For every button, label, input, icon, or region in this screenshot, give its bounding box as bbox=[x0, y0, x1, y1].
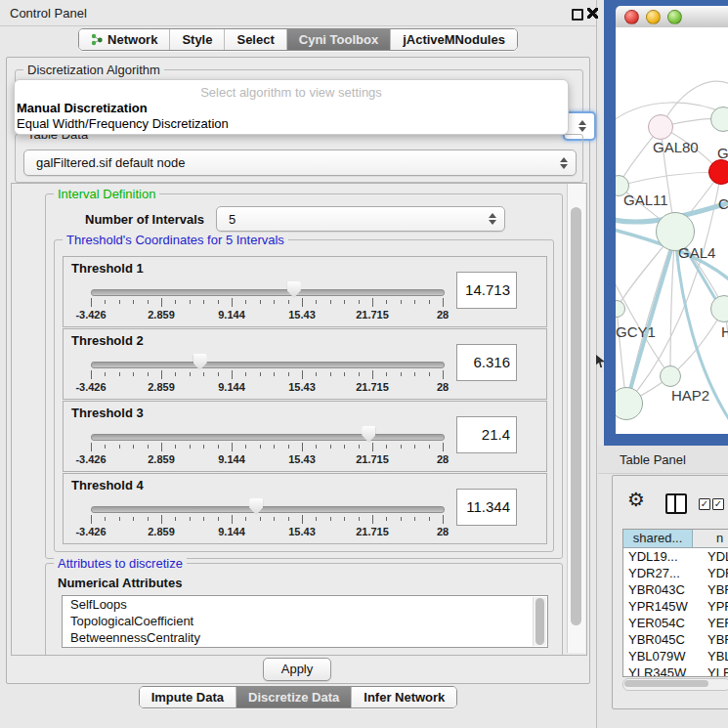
tick-label: 21.715 bbox=[356, 381, 389, 393]
checkbox-icon[interactable]: ✓ bbox=[712, 498, 724, 510]
table-row[interactable]: YBL079WYBL0 bbox=[623, 648, 728, 664]
tab-label: Discretize Data bbox=[248, 690, 339, 705]
control-panel-titlebar: Control Panel bbox=[0, 0, 596, 26]
table-cell[interactable]: YDL19... bbox=[623, 548, 698, 565]
table-cell[interactable]: YPR145W bbox=[623, 598, 698, 615]
table-cell[interactable]: YBR043C bbox=[623, 581, 698, 598]
tick-mark bbox=[232, 370, 233, 379]
table-cell[interactable]: YBR045C bbox=[623, 631, 698, 648]
table-cell[interactable]: YER054C bbox=[623, 615, 698, 631]
tick-mark bbox=[133, 517, 134, 521]
threshold-2-value-field[interactable]: 6.316 bbox=[456, 344, 517, 381]
table-cell[interactable]: YBR0 bbox=[698, 581, 728, 598]
list-scrollbar[interactable] bbox=[533, 597, 546, 646]
tick-mark bbox=[245, 372, 246, 376]
table-row[interactable]: YER054CYER0 bbox=[623, 615, 728, 631]
tab-discretize-data[interactable]: Discretize Data bbox=[236, 687, 351, 707]
threshold-1-value-field[interactable]: 14.713 bbox=[456, 272, 517, 309]
threshold-2-slider[interactable]: -3.4262.8599.14415.4321.71528 bbox=[91, 353, 443, 396]
tick-label: 28 bbox=[437, 381, 449, 393]
tick-mark bbox=[245, 300, 246, 304]
tab-style[interactable]: Style bbox=[169, 29, 224, 50]
table-cell[interactable]: YDL1 bbox=[698, 548, 728, 565]
table-row[interactable]: YDR27...YDR2 bbox=[623, 565, 728, 581]
tick-mark bbox=[232, 515, 233, 524]
tab-impute-data[interactable]: Impute Data bbox=[140, 687, 236, 707]
slider-track[interactable] bbox=[91, 434, 445, 441]
tick-mark bbox=[443, 298, 444, 307]
tick-mark bbox=[274, 517, 275, 521]
gear-icon[interactable]: ⚙ bbox=[627, 490, 645, 509]
tick-mark bbox=[330, 300, 331, 304]
float-window-icon[interactable] bbox=[572, 9, 583, 21]
table-cell[interactable]: YDR27... bbox=[623, 565, 698, 581]
threshold-4-slider[interactable]: -3.4262.8599.14415.4321.71528 bbox=[91, 497, 443, 540]
tab-jactivemnodules[interactable]: jActiveMNodules bbox=[390, 29, 517, 50]
list-item[interactable]: SelfLoops bbox=[63, 596, 547, 613]
tick-mark bbox=[218, 300, 219, 304]
network-window-titlebar[interactable] bbox=[616, 6, 728, 28]
tick-mark bbox=[401, 445, 402, 449]
tick-label: 15.43 bbox=[288, 381, 316, 393]
table-row[interactable]: YPR145WYPR1 bbox=[623, 598, 728, 615]
slider-track[interactable] bbox=[91, 362, 445, 368]
threshold-4-value-field[interactable]: 11.344 bbox=[456, 489, 517, 526]
vertical-scrollbar[interactable] bbox=[567, 184, 585, 653]
table-row[interactable]: YLR345WYLR3 bbox=[623, 664, 728, 677]
tab-label: Select bbox=[236, 32, 274, 47]
zoom-traffic-light[interactable] bbox=[667, 10, 682, 24]
column-header-shared[interactable]: shared... bbox=[623, 530, 693, 547]
threshold-1-slider[interactable]: -3.4262.8599.14415.4321.71528 bbox=[91, 280, 443, 323]
numerical-attributes-list[interactable]: SelfLoops TopologicalCoefficient Between… bbox=[62, 595, 548, 648]
tick-mark bbox=[372, 298, 373, 307]
table-cell[interactable]: YBL0 bbox=[698, 648, 728, 664]
checkbox-icon[interactable]: ✓ bbox=[699, 498, 710, 510]
tab-infer-network[interactable]: Infer Network bbox=[351, 687, 456, 707]
tab-cyni-toolbox[interactable]: Cyni Toolbox bbox=[286, 29, 390, 50]
network-canvas[interactable]: GAL80 GA C GAL11 GAL4 GCY1 H HAP2 bbox=[616, 27, 728, 434]
table-cell[interactable]: YPR1 bbox=[698, 598, 728, 615]
table-cell[interactable]: YDR2 bbox=[698, 565, 728, 581]
apply-button[interactable]: Apply bbox=[263, 658, 331, 681]
list-item[interactable]: TopologicalCoefficient bbox=[63, 613, 547, 629]
table-cell[interactable]: YER0 bbox=[698, 615, 728, 631]
scrollbar-thumb[interactable] bbox=[624, 680, 708, 687]
scrollbar-thumb[interactable] bbox=[571, 207, 581, 625]
slider-ticks bbox=[91, 370, 443, 380]
table-cell[interactable]: YLR3 bbox=[698, 664, 728, 677]
network-node-gal80[interactable] bbox=[648, 114, 673, 140]
split-view-icon[interactable] bbox=[665, 493, 687, 514]
list-item[interactable]: BetweennessCentrality bbox=[63, 629, 547, 646]
threshold-coordinates-group: Threshold's Coordinates for 5 Intervals … bbox=[54, 239, 554, 552]
tick-mark bbox=[372, 370, 373, 379]
network-node-hap2[interactable] bbox=[660, 365, 681, 387]
column-header-name[interactable]: n bbox=[693, 530, 728, 547]
horizontal-scrollbar[interactable] bbox=[622, 678, 728, 691]
slider-track[interactable] bbox=[91, 506, 445, 513]
slider-track[interactable] bbox=[91, 289, 445, 296]
table-cell[interactable]: YLR345W bbox=[623, 664, 698, 677]
table-cell[interactable]: YBR0 bbox=[698, 631, 728, 648]
dropdown-option-manual-discretization[interactable]: Manual Discretization bbox=[17, 101, 148, 115]
scrollbar-thumb[interactable] bbox=[535, 598, 544, 645]
tab-label: Impute Data bbox=[151, 690, 224, 705]
table-row[interactable]: YBR045CYBR0 bbox=[623, 631, 728, 648]
network-node-selected[interactable] bbox=[708, 159, 728, 185]
table-row[interactable]: YBR043CYBR0 bbox=[623, 581, 728, 598]
threshold-3-slider[interactable]: -3.4262.8599.14415.4321.71528 bbox=[91, 425, 443, 468]
table-cell[interactable]: YBL079W bbox=[623, 648, 698, 664]
dropdown-option-equal-width-frequency[interactable]: Equal Width/Frequency Discretization bbox=[17, 116, 229, 131]
tick-mark bbox=[344, 517, 345, 521]
tick-mark bbox=[302, 298, 303, 307]
tab-select[interactable]: Select bbox=[224, 29, 285, 50]
number-of-intervals-combobox[interactable]: 5 bbox=[216, 206, 505, 232]
close-traffic-light[interactable] bbox=[624, 10, 639, 24]
threshold-2-box: Threshold 2 -3.4262.8599.14415.4321.7152… bbox=[63, 328, 547, 400]
minimize-traffic-light[interactable] bbox=[646, 10, 661, 24]
table-row[interactable]: YDL19...YDL1 bbox=[623, 548, 728, 565]
tab-network[interactable]: Network bbox=[79, 29, 169, 50]
table-data-group: Table Data galFiltered.sif default node bbox=[15, 134, 583, 183]
close-icon[interactable] bbox=[587, 8, 598, 19]
table-data-combobox[interactable]: galFiltered.sif default node bbox=[23, 150, 577, 176]
threshold-3-value-field[interactable]: 21.4 bbox=[456, 416, 517, 453]
